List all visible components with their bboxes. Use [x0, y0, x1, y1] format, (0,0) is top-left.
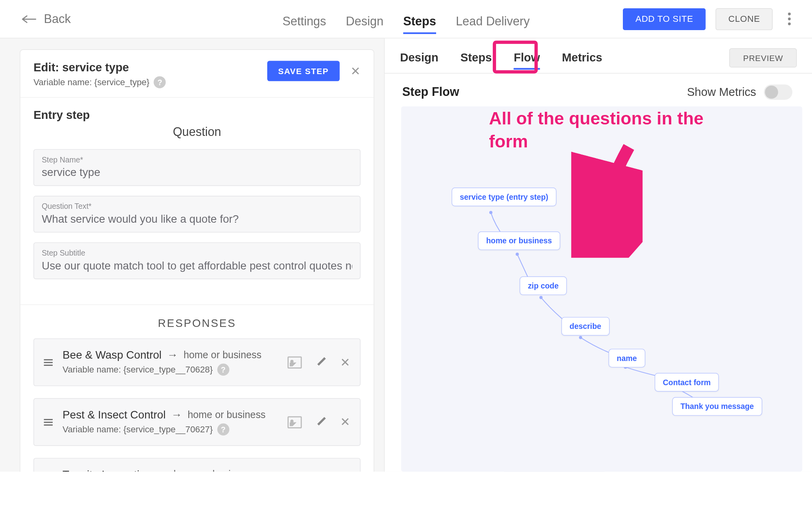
help-icon[interactable]: ?	[217, 364, 229, 376]
arrow-right-icon: →	[157, 468, 168, 472]
topnav-lead-delivery[interactable]: Lead Delivery	[456, 14, 530, 38]
topnav-steps[interactable]: Steps	[403, 14, 436, 38]
question-text-value: What service would you like a quote for?	[42, 213, 352, 225]
back-label: Back	[44, 12, 71, 26]
response-target: home or business	[184, 350, 262, 361]
subtab-flow[interactable]: Flow	[514, 51, 540, 73]
help-icon[interactable]: ?	[154, 76, 166, 88]
response-variable: Variable name: {service_type__70627}	[63, 424, 213, 434]
image-icon[interactable]	[287, 416, 302, 428]
question-heading: Question	[33, 125, 360, 139]
topbar-actions: ADD TO SITE CLONE	[623, 8, 796, 30]
edit-variable-label: Variable name: {service_type}	[33, 77, 149, 87]
step-name-value: service type	[42, 166, 352, 179]
step-subtitle-input[interactable]: Step Subtitle Use our quote match tool t…	[33, 243, 360, 279]
edit-icon[interactable]	[315, 416, 327, 428]
question-section: Entry step Question Step Name* service t…	[20, 97, 373, 290]
svg-point-2	[516, 253, 519, 256]
edit-title: Edit: service type	[33, 61, 166, 74]
back-button[interactable]: Back	[21, 12, 71, 26]
flow-node-home-or-business[interactable]: home or business	[478, 231, 560, 250]
help-icon[interactable]: ?	[217, 423, 229, 435]
response-title: Bee & Wasp Control	[63, 349, 162, 361]
svg-point-6	[579, 336, 582, 339]
response-row: Pest & Insect Control → home or business…	[33, 398, 360, 446]
flow-node-zip-code[interactable]: zip code	[520, 277, 567, 295]
response-row: Termite Inspection → home or business Va…	[33, 458, 360, 472]
drag-handle-icon[interactable]	[44, 359, 53, 366]
subtab-steps[interactable]: Steps	[460, 51, 492, 73]
step-name-label: Step Name*	[42, 155, 352, 164]
left-pane: Edit: service type Variable name: {servi…	[0, 38, 384, 472]
delete-icon[interactable]: ✕	[340, 355, 350, 369]
subtab-design[interactable]: Design	[400, 51, 439, 73]
edit-icon[interactable]	[315, 356, 327, 368]
save-step-button[interactable]: SAVE STEP	[267, 61, 340, 81]
arrow-right-icon: →	[167, 349, 178, 361]
top-nav: Settings Design Steps Lead Delivery	[282, 0, 529, 38]
arrow-left-icon	[21, 13, 38, 25]
close-icon[interactable]: ✕	[350, 64, 360, 78]
question-text-label: Question Text*	[42, 202, 352, 210]
arrow-right-icon: →	[171, 409, 182, 421]
top-bar: Back Settings Design Steps Lead Delivery…	[0, 0, 812, 38]
show-metrics-label: Show Metrics	[687, 86, 756, 99]
flow-node-thank-you[interactable]: Thank you message	[672, 397, 762, 416]
flow-node-contact-form[interactable]: Contact form	[655, 373, 719, 392]
flow-node-describe[interactable]: describe	[561, 317, 609, 336]
show-metrics-toggle[interactable]	[764, 84, 793, 100]
image-icon[interactable]	[287, 356, 302, 368]
clone-button[interactable]: CLONE	[716, 8, 772, 30]
subtab-metrics[interactable]: Metrics	[562, 51, 602, 73]
right-pane: Design Steps Flow Metrics PREVIEW Step F…	[384, 38, 812, 472]
sub-tabbar: Design Steps Flow Metrics PREVIEW	[385, 38, 812, 74]
overflow-menu-icon[interactable]	[783, 13, 796, 25]
topnav-settings[interactable]: Settings	[282, 14, 326, 38]
step-subtitle-value: Use our quote match tool to get affordab…	[42, 260, 352, 272]
svg-point-0	[489, 211, 492, 214]
flow-node-service-type[interactable]: service type (entry step)	[452, 187, 556, 206]
step-name-input[interactable]: Step Name* service type	[33, 149, 360, 186]
response-target: home or business	[174, 469, 252, 472]
response-variable: Variable name: {service_type__70628}	[63, 365, 213, 374]
delete-icon[interactable]: ✕	[340, 415, 350, 429]
annotation-arrow-icon	[571, 143, 643, 258]
edit-header: Edit: service type Variable name: {servi…	[20, 50, 373, 97]
step-flow-title: Step Flow	[402, 85, 459, 99]
flow-canvas[interactable]: All of the questions in the form	[401, 106, 802, 472]
response-title: Pest & Insect Control	[63, 409, 166, 421]
svg-point-4	[539, 296, 542, 299]
flow-connectors	[401, 106, 802, 472]
step-subtitle-label: Step Subtitle	[42, 248, 352, 257]
add-to-site-button[interactable]: ADD TO SITE	[623, 8, 706, 30]
responses-heading: RESPONSES	[20, 304, 373, 338]
annotation-text: All of the questions in the form	[489, 107, 730, 153]
flow-header: Step Flow Show Metrics	[385, 73, 812, 104]
preview-button[interactable]: PREVIEW	[730, 48, 797, 67]
drag-handle-icon[interactable]	[44, 419, 53, 426]
edit-card: Edit: service type Variable name: {servi…	[20, 50, 374, 472]
topnav-design[interactable]: Design	[346, 14, 383, 38]
entry-step-heading: Entry step	[33, 109, 360, 122]
response-title: Termite Inspection	[63, 468, 152, 472]
response-target: home or business	[188, 409, 266, 420]
question-text-input[interactable]: Question Text* What service would you li…	[33, 196, 360, 233]
response-row: Bee & Wasp Control → home or business Va…	[33, 338, 360, 386]
flow-node-name[interactable]: name	[609, 349, 645, 367]
